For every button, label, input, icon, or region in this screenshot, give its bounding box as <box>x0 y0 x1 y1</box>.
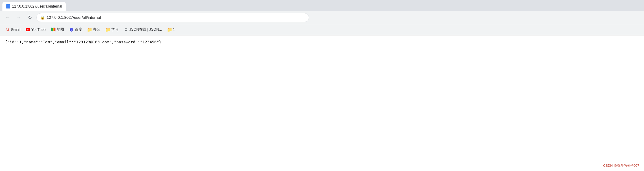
bookmark-folder1[interactable]: 📁 1 <box>165 26 177 33</box>
json-response-text: {"id":1,"name":"Tom","email":"123123@163… <box>5 40 162 44</box>
bookmark-json-label: JSON在线 | JSON... <box>129 27 162 32</box>
tab-bar: 127.0.0.1:8027/user/all/internal <box>0 0 644 11</box>
bookmark-maps[interactable]: 地图 <box>49 26 66 33</box>
bookmark-office[interactable]: 📁 办公 <box>85 26 103 33</box>
svg-marker-5 <box>54 28 55 31</box>
svg-marker-3 <box>51 28 53 31</box>
office-folder-icon: 📁 <box>88 28 92 32</box>
nav-bar: ← → ↻ 🔒 127.0.0.1:8027/user/all/internal <box>0 11 644 24</box>
json-gear-icon: ⚙ <box>124 28 128 32</box>
bookmark-baidu[interactable]: 百 百度 <box>67 26 85 33</box>
maps-icon <box>51 28 55 32</box>
active-tab[interactable]: 127.0.0.1:8027/user/all/internal <box>2 2 66 11</box>
bookmark-baidu-label: 百度 <box>75 27 82 32</box>
reload-icon: ↻ <box>28 15 32 20</box>
forward-icon: → <box>16 15 21 20</box>
browser-chrome: 127.0.0.1:8027/user/all/internal ← → ↻ 🔒… <box>0 0 644 35</box>
baidu-icon: 百 <box>69 28 74 32</box>
bookmark-youtube-label: YouTube <box>31 28 45 32</box>
bookmark-study-label: 学习 <box>111 27 118 32</box>
back-icon: ← <box>5 15 10 20</box>
bookmark-folder1-label: 1 <box>173 28 175 32</box>
watermark-text: CSDN @奋斗的袍子007 <box>603 164 639 167</box>
tab-favicon <box>6 4 10 8</box>
svg-marker-4 <box>53 28 54 31</box>
watermark: CSDN @奋斗的袍子007 <box>603 163 639 168</box>
forward-button[interactable]: → <box>15 13 23 22</box>
bookmarks-bar: M Gmail YouTube 地图 <box>0 24 644 35</box>
reload-button[interactable]: ↻ <box>25 13 34 22</box>
tab-title: 127.0.0.1:8027/user/all/internal <box>12 4 62 8</box>
bookmark-study[interactable]: 📁 学习 <box>103 26 121 33</box>
folder1-icon: 📁 <box>167 28 172 32</box>
address-text: 127.0.0.1:8027/user/all/internal <box>47 15 305 20</box>
gmail-icon: M <box>5 28 10 32</box>
address-bar[interactable]: 🔒 127.0.0.1:8027/user/all/internal <box>36 13 309 22</box>
bookmark-json-online[interactable]: ⚙ JSON在线 | JSON... <box>122 26 165 33</box>
bookmark-maps-label: 地图 <box>57 27 64 32</box>
study-folder-icon: 📁 <box>106 28 110 32</box>
bookmark-gmail[interactable]: M Gmail <box>3 26 23 33</box>
lock-icon: 🔒 <box>40 15 45 20</box>
svg-text:百: 百 <box>70 29 73 31</box>
bookmark-youtube[interactable]: YouTube <box>23 26 48 33</box>
bookmark-office-label: 办公 <box>93 27 100 32</box>
back-button[interactable]: ← <box>4 13 12 22</box>
youtube-icon <box>26 28 30 32</box>
page-content: {"id":1,"name":"Tom","email":"123123@163… <box>0 35 644 171</box>
bookmark-gmail-label: Gmail <box>11 28 20 32</box>
